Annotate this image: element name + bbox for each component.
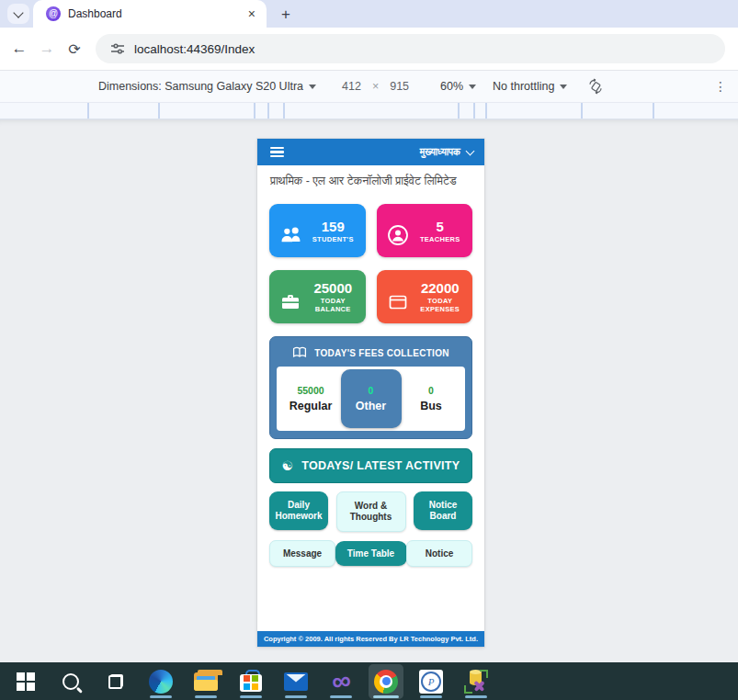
taskbar-file-explorer-button[interactable] (188, 664, 223, 699)
fees-regular-column[interactable]: 55000 Regular (282, 385, 339, 412)
students-label: STUDENT'S (306, 235, 360, 243)
dimension-times-separator: × (369, 80, 382, 93)
message-button[interactable]: Message (269, 540, 335, 567)
fees-other-label: Other (341, 400, 402, 412)
task-view-button[interactable] (98, 664, 133, 699)
microsoft-store-icon (240, 672, 262, 692)
taskbar-chrome-button[interactable] (369, 664, 403, 699)
chevron-down-icon (466, 147, 475, 156)
school-title: प्राथमिक - एल आर टेकनॉलोजी प्राईवेट लिमि… (257, 165, 484, 188)
teachers-card[interactable]: 5 TEACHERS (377, 204, 473, 257)
taskbar-visual-studio-button[interactable]: ∞ (324, 664, 358, 699)
chevron-down-icon (13, 7, 23, 17)
throttling-select[interactable]: No throttling (493, 80, 567, 93)
taskbar-store-button[interactable] (233, 664, 268, 699)
fees-collection-panel: TODAY'S FEES COLLECTION 55000 Regular 0 … (269, 336, 472, 439)
teachers-label: TEACHERS (414, 235, 468, 243)
taskbar-app-seal-button[interactable]: P (414, 664, 448, 699)
time-table-button[interactable]: Time Table (335, 541, 407, 566)
today-balance-value: 25000 (306, 280, 360, 297)
fees-other-column[interactable]: 0 Other (341, 369, 402, 428)
new-tab-button[interactable]: + (276, 6, 296, 22)
throttling-label: No throttling (493, 80, 554, 93)
today-balance-card[interactable]: 25000 TODAY BALANCE (269, 270, 366, 323)
stats-grid: 159 STUDENT'S 5 TEACHERS (257, 204, 484, 323)
viewport-height-input[interactable]: 915 (382, 77, 416, 96)
start-button[interactable] (8, 664, 43, 699)
media-query-strip[interactable] (0, 103, 738, 119)
chevron-down-icon (469, 85, 476, 89)
site-favicon-icon: @ (46, 6, 61, 21)
students-group-icon (275, 225, 306, 245)
viewport-width-input[interactable]: 412 (335, 77, 369, 96)
task-view-icon (108, 674, 123, 689)
zoom-select[interactable]: 60% (440, 80, 476, 93)
fees-bus-value: 0 (403, 385, 460, 396)
taskbar-edge-button[interactable] (143, 664, 178, 699)
students-count: 159 (306, 219, 360, 235)
fees-bus-column[interactable]: 0 Bus (403, 385, 460, 412)
site-settings-icon[interactable] (110, 41, 125, 56)
device-viewport: मुख्याध्यापक प्राथमिक - एल आर टेकनॉलोजी … (257, 139, 484, 647)
chevron-down-icon (560, 85, 567, 89)
reload-button[interactable]: ⟳ (61, 40, 88, 58)
chrome-icon (374, 670, 398, 694)
briefcase-icon (275, 291, 306, 311)
latest-activity-banner[interactable]: ☯ TODAYS/ LATEST ACTIVITY (269, 448, 472, 483)
devtools-menu-button[interactable]: ⋮ (714, 79, 727, 94)
today-expenses-label: TODAY EXPENSES (414, 297, 468, 314)
fees-collection-body: 55000 Regular 0 Other 0 Bus (277, 367, 465, 431)
back-button[interactable]: ← (6, 40, 33, 58)
taskbar-search-button[interactable] (53, 664, 88, 699)
device-toolbar: Dimensions: Samsung Galaxy S20 Ultra 412… (0, 71, 738, 103)
app-header: मुख्याध्यापक (257, 139, 484, 165)
edge-icon (149, 670, 173, 694)
tab-close-button[interactable]: × (244, 7, 259, 20)
forward-button[interactable]: → (33, 40, 61, 58)
today-expenses-value: 22000 (414, 280, 468, 297)
role-dropdown[interactable]: मुख्याध्यापक (420, 146, 475, 158)
fees-collection-title: TODAY'S FEES COLLECTION (314, 348, 449, 358)
chevron-down-icon (309, 85, 316, 89)
sql-tools-icon (463, 670, 489, 694)
teacher-person-icon (382, 224, 414, 246)
file-explorer-icon (194, 672, 218, 691)
hamburger-menu-icon[interactable] (270, 147, 284, 158)
fees-bus-label: Bus (403, 400, 460, 412)
book-icon (292, 346, 307, 360)
device-dimensions-label: Dimensions: Samsung Galaxy S20 Ultra (98, 80, 303, 93)
mail-icon (284, 672, 308, 691)
taskbar-mail-button[interactable] (278, 664, 313, 699)
today-balance-label: TODAY BALANCE (306, 297, 360, 314)
taskbar-sql-tools-button[interactable] (459, 664, 494, 699)
notice-board-button[interactable]: Notice Board (414, 491, 472, 530)
wallet-icon (382, 291, 414, 311)
daily-homework-button[interactable]: Daily Homework (269, 491, 328, 530)
emulation-stage: मुख्याध्यापक प्राथमिक - एल आर टेकनॉलोजी … (0, 119, 738, 665)
role-label: मुख्याध्यापक (420, 146, 460, 158)
tab-strip: @ Dashboard × + (0, 0, 738, 28)
url-text: localhost:44369/Index (134, 42, 255, 56)
address-bar[interactable]: localhost:44369/Index (96, 34, 725, 63)
visual-studio-icon: ∞ (330, 667, 353, 696)
windows-taskbar: ∞ P (0, 662, 738, 700)
students-card[interactable]: 159 STUDENT'S (269, 204, 366, 257)
rotate-device-icon[interactable] (587, 78, 604, 95)
notice-button[interactable]: Notice (406, 540, 472, 567)
today-expenses-card[interactable]: 22000 TODAY EXPENSES (377, 270, 473, 323)
fees-regular-value: 55000 (282, 385, 339, 396)
word-thoughts-button[interactable]: Word & Thoughts (336, 491, 406, 532)
fees-regular-label: Regular (282, 400, 339, 412)
zoom-level-label: 60% (440, 80, 463, 93)
browser-toolbar: ← → ⟳ localhost:44369/Index (0, 28, 738, 71)
latest-activity-title: TODAYS/ LATEST ACTIVITY (301, 459, 460, 472)
tab-search-button[interactable] (7, 4, 29, 24)
activity-buttons-grid: Daily Homework Word & Thoughts Notice Bo… (257, 491, 484, 567)
device-dimensions-select[interactable]: Dimensions: Samsung Galaxy S20 Ultra (98, 80, 316, 93)
windows-logo-icon (17, 672, 35, 691)
app-seal-icon: P (419, 670, 443, 694)
search-icon (62, 673, 79, 690)
browser-tab-dashboard[interactable]: @ Dashboard × (33, 0, 267, 28)
tab-title: Dashboard (68, 7, 244, 20)
yin-yang-icon: ☯ (282, 459, 294, 472)
